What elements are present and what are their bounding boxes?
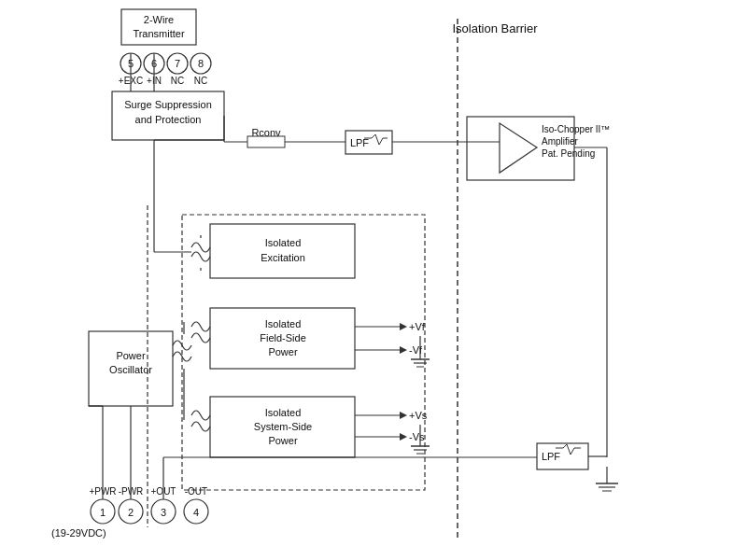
terminal-4: 4	[193, 507, 199, 518]
terminal-4-label: -OUT	[185, 486, 207, 497]
transmitter-label-1: 2-Wire	[144, 14, 174, 25]
lpf-bottom-label: LPF	[542, 451, 560, 462]
vs-pos-label: +Vs	[409, 410, 428, 421]
terminal-8-label: NC	[194, 76, 207, 86]
isolated-system-label-3: Power	[268, 435, 298, 446]
svg-rect-9	[247, 136, 285, 147]
isolated-field-label-3: Power	[268, 346, 298, 357]
iso-chopper-label-3: Pat. Pending	[542, 148, 595, 159]
vf-neg-label: -Vf	[409, 344, 423, 356]
terminal-1: 1	[100, 507, 106, 518]
isolated-system-label-2: System-Side	[254, 421, 312, 432]
terminal-7-label: NC	[171, 76, 184, 86]
surge-label-1: Surge Suppression	[124, 99, 212, 110]
svg-marker-34	[400, 412, 407, 419]
iso-chopper-label-2: Amplifier	[542, 136, 579, 147]
power-oscillator-label-1: Power	[116, 350, 146, 361]
voltage-range-label: (19-29VDC)	[51, 527, 106, 539]
power-oscillator-label-2: Oscillator	[109, 364, 152, 375]
terminal-7: 7	[175, 58, 180, 69]
isolation-barrier-label: Isolation Barrier	[452, 21, 538, 35]
isolated-system-label-1: Isolated	[265, 407, 302, 418]
vf-pos-label: +Vf	[409, 321, 426, 332]
svg-marker-25	[400, 323, 407, 330]
iso-chopper-label-1: Iso-Chopper II™	[542, 124, 610, 134]
isolated-excitation-label-1: Isolated	[265, 237, 302, 248]
svg-marker-36	[400, 433, 407, 441]
isolated-field-label-1: Isolated	[265, 318, 302, 329]
svg-rect-18	[210, 224, 355, 278]
transmitter-label-2: Transmitter	[133, 28, 185, 39]
isolated-excitation-label-2: Excitation	[261, 252, 305, 263]
lpf-top-label: LPF	[350, 137, 369, 148]
vs-neg-label: -Vs	[409, 431, 425, 442]
surge-label-2: and Protection	[135, 114, 202, 125]
isolated-field-label-2: Field-Side	[260, 332, 306, 343]
diagram-container: 2-Wire Transmitter 5 6 7 8 +EXC +IN NC N…	[0, 0, 747, 560]
svg-marker-27	[400, 346, 407, 354]
terminal-3: 3	[161, 507, 166, 518]
terminal-2: 2	[128, 507, 134, 518]
terminal-8: 8	[198, 58, 204, 69]
